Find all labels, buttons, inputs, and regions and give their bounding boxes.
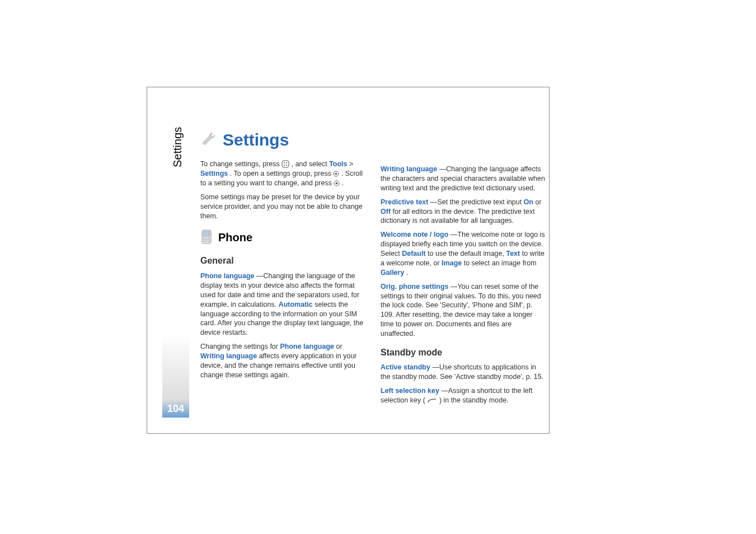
intro-paragraph-1: To change settings, press , and select T… bbox=[200, 160, 365, 188]
svg-rect-16 bbox=[208, 239, 210, 240]
option-on: On bbox=[524, 198, 533, 206]
svg-rect-18 bbox=[206, 241, 208, 242]
text: —Set the predictive text input bbox=[430, 198, 524, 206]
svg-rect-10 bbox=[203, 231, 210, 236]
general-heading: General bbox=[200, 255, 365, 267]
scroll-key-icon bbox=[333, 169, 339, 179]
svg-point-6 bbox=[335, 173, 337, 175]
svg-rect-12 bbox=[206, 237, 208, 238]
svg-rect-17 bbox=[203, 241, 205, 242]
phone-section-row: Phone bbox=[200, 229, 365, 247]
predictive-text-paragraph: Predictive text —Set the predictive text… bbox=[381, 198, 545, 226]
setting-writing-language: Writing language bbox=[381, 165, 437, 173]
text: Changing the settings for bbox=[200, 343, 280, 350]
standby-heading: Standby mode bbox=[381, 346, 545, 359]
svg-rect-14 bbox=[203, 239, 205, 240]
setting-predictive-text: Predictive text bbox=[381, 198, 428, 206]
svg-point-8 bbox=[336, 182, 338, 185]
setting-writing-language-ref: Writing language bbox=[200, 352, 257, 360]
menu-path-tools: Tools bbox=[329, 160, 347, 168]
text: or bbox=[536, 198, 542, 206]
text: ) in the standby mode. bbox=[439, 396, 509, 404]
intro-paragraph-2: Some settings may be preset for the devi… bbox=[200, 193, 365, 221]
left-selection-key-paragraph: Left selection key —Assign a shortcut to… bbox=[381, 386, 545, 405]
option-gallery: Gallery bbox=[381, 269, 404, 277]
text: . To open a settings group, press bbox=[230, 170, 334, 177]
title-row: Settings bbox=[200, 129, 365, 152]
option-automatic: Automatic bbox=[279, 301, 313, 308]
left-selection-key-icon bbox=[427, 396, 437, 405]
text: , and select bbox=[292, 160, 329, 168]
svg-rect-0 bbox=[282, 161, 289, 167]
sidebar-gradient bbox=[162, 334, 189, 400]
text: to use the default image, bbox=[428, 250, 506, 257]
orig-settings-paragraph: Orig. phone settings —You can reset some… bbox=[381, 282, 545, 339]
changing-settings-paragraph: Changing the settings for Phone language… bbox=[200, 342, 365, 380]
setting-phone-language-ref: Phone language bbox=[280, 343, 334, 350]
text: for all editors in the device. The predi… bbox=[381, 208, 535, 225]
option-text: Text bbox=[506, 250, 520, 257]
svg-rect-13 bbox=[208, 237, 210, 238]
page-number: 104 bbox=[162, 400, 189, 418]
phone-icon bbox=[200, 229, 213, 247]
setting-welcome-note: Welcome note / logo bbox=[381, 231, 448, 238]
setting-orig-phone-settings: Orig. phone settings bbox=[381, 283, 449, 291]
scroll-key-icon bbox=[334, 179, 340, 188]
settings-wrench-icon bbox=[200, 130, 217, 150]
text: > bbox=[349, 160, 353, 168]
svg-point-2 bbox=[286, 162, 287, 163]
text: To change settings, press bbox=[200, 160, 281, 168]
svg-rect-19 bbox=[208, 241, 210, 242]
page-title: Settings bbox=[223, 129, 289, 152]
active-standby-paragraph: Active standby —Use shortcuts to applica… bbox=[381, 363, 545, 382]
svg-point-4 bbox=[286, 165, 287, 166]
setting-active-standby: Active standby bbox=[381, 363, 430, 371]
right-column: Writing language —Changing the language … bbox=[381, 129, 545, 410]
setting-phone-language: Phone language bbox=[200, 272, 255, 280]
svg-rect-15 bbox=[206, 239, 208, 240]
menu-path-settings: Settings bbox=[200, 170, 228, 177]
menu-key-icon bbox=[281, 160, 289, 169]
left-column: Settings To change settings, press , and… bbox=[200, 129, 365, 410]
text: . bbox=[342, 179, 344, 187]
sidebar-section-label: Settings bbox=[171, 127, 184, 167]
svg-point-1 bbox=[284, 162, 285, 163]
phone-heading: Phone bbox=[218, 230, 252, 245]
setting-left-selection-key: Left selection key bbox=[381, 387, 439, 395]
svg-rect-11 bbox=[203, 237, 205, 238]
option-default: Default bbox=[402, 250, 425, 257]
text: . bbox=[406, 269, 408, 277]
text: to select an image from bbox=[464, 259, 537, 267]
option-image: Image bbox=[442, 259, 462, 267]
text: or bbox=[336, 343, 342, 350]
welcome-note-paragraph: Welcome note / logo —The welcome note or… bbox=[381, 230, 545, 277]
svg-point-3 bbox=[284, 165, 285, 166]
option-off: Off bbox=[381, 208, 391, 216]
writing-language-paragraph: Writing language —Changing the language … bbox=[381, 165, 545, 193]
text: —You can reset some of the settings to t… bbox=[381, 283, 541, 338]
content-area: Settings To change settings, press , and… bbox=[200, 129, 545, 410]
phone-language-paragraph: Phone language —Changing the language of… bbox=[200, 271, 365, 338]
